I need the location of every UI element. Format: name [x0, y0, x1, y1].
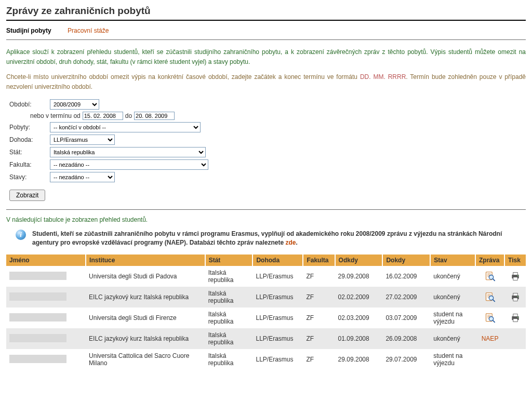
col-instituce: Instituce: [86, 255, 205, 266]
magnifier-icon[interactable]: [484, 292, 496, 302]
cell-jmeno: [6, 287, 86, 307]
cell-stat: Italská republika: [205, 266, 253, 287]
cell-dohoda: LLP/Erasmus: [252, 349, 303, 370]
cell-zprava: NAEP: [475, 328, 504, 349]
separator: [6, 209, 526, 210]
cell-dohoda: LLP/Erasmus: [252, 266, 303, 287]
cell-dokdy: 26.09.2008: [382, 328, 430, 349]
dohoda-select[interactable]: LLP/Erasmus: [50, 135, 115, 145]
printer-icon[interactable]: [510, 271, 521, 282]
intro-date-text: Chcete-li místo univerzitního období ome…: [6, 72, 526, 92]
cell-instituce: Universita degli Studi di Firenze: [86, 307, 205, 328]
cell-fakulta: ZF: [303, 328, 335, 349]
info-icon: i: [16, 230, 26, 240]
submit-button[interactable]: Zobrazit: [9, 190, 45, 201]
pobyty-select[interactable]: -- končící v období --: [50, 122, 201, 132]
cell-odkdy: 02.02.2009: [335, 287, 383, 307]
info-note: i Studenti, kteří se zúčastnili zahranič…: [16, 230, 526, 247]
magnifier-icon[interactable]: [484, 313, 496, 323]
redacted-name: [9, 355, 66, 363]
cell-dokdy: 16.02.2009: [382, 266, 430, 287]
cell-stat: Italská republika: [205, 328, 253, 349]
table-row: Universita Cattolica del Sacro Cuore Mil…: [6, 349, 526, 370]
printer-icon[interactable]: [510, 292, 521, 302]
cell-tisk: [504, 328, 526, 349]
cell-fakulta: ZF: [303, 266, 335, 287]
tab-bar: Studijní pobyty Pracovní stáže: [6, 27, 526, 34]
cell-dohoda: LLP/Erasmus: [252, 328, 303, 349]
cell-dokdy: 27.02.2009: [382, 287, 430, 307]
cell-instituce: EILC jazykový kurz Italská republika: [86, 328, 205, 349]
redacted-name: [9, 292, 66, 301]
col-stav: Stav: [430, 255, 475, 266]
table-row: EILC jazykový kurz Italská republikaItal…: [6, 328, 526, 349]
cell-odkdy: 29.09.2008: [335, 349, 383, 370]
cell-jmeno: [6, 266, 86, 287]
cell-zprava: [475, 287, 504, 307]
note-text: Studenti, kteří se zúčastnili zahraniční…: [32, 230, 502, 246]
cell-tisk: [504, 307, 526, 328]
cell-instituce: EILC jazykový kurz Italská republika: [86, 287, 205, 307]
separator: [6, 20, 526, 21]
table-row: EILC jazykový kurz Italská republikaItal…: [6, 287, 526, 307]
tab-work[interactable]: Pracovní stáže: [68, 27, 109, 34]
cell-odkdy: 02.03.2009: [335, 307, 383, 328]
redacted-name: [9, 272, 66, 280]
table-intro: V následující tabulce je zobrazen přehle…: [6, 216, 526, 223]
col-jmeno: Jméno: [6, 255, 86, 266]
redacted-name: [9, 313, 66, 322]
col-fakulta: Fakulta: [303, 255, 335, 266]
fakulta-label: Fakulta:: [9, 161, 50, 168]
stavy-select[interactable]: -- nezadáno --: [50, 172, 115, 182]
stat-select[interactable]: Italská republika: [50, 147, 206, 157]
note-link[interactable]: zde: [285, 239, 296, 246]
cell-odkdy: 01.09.2008: [335, 328, 383, 349]
cell-jmeno: [6, 349, 86, 370]
term-to-input[interactable]: [134, 112, 175, 120]
term-from-label: nebo v termínu od: [30, 112, 81, 119]
pobyty-label: Pobyty:: [9, 124, 50, 131]
cell-dokdy: 29.07.2009: [382, 349, 430, 370]
col-dohoda: Dohoda: [252, 255, 303, 266]
cell-stat: Italská republika: [205, 349, 253, 370]
dohoda-label: Dohoda:: [9, 136, 50, 143]
term-from-input[interactable]: [83, 112, 123, 120]
page-title: Zprávy ze zahraničních pobytů: [6, 5, 526, 17]
term-to-label: do: [125, 112, 132, 119]
stat-label: Stát:: [9, 149, 50, 156]
cell-dohoda: LLP/Erasmus: [252, 307, 303, 328]
cell-jmeno: [6, 328, 86, 349]
cell-jmeno: [6, 307, 86, 328]
separator: [6, 39, 526, 40]
cell-stav: student na výjezdu: [430, 307, 475, 328]
cell-fakulta: ZF: [303, 349, 335, 370]
cell-stav: ukončený: [430, 328, 475, 349]
fakulta-select[interactable]: -- nezadáno --: [50, 159, 208, 170]
cell-fakulta: ZF: [303, 287, 335, 307]
cell-zprava: [475, 266, 504, 287]
cell-instituce: Universita degli Studi di Padova: [86, 266, 205, 287]
cell-stat: Italská republika: [205, 287, 253, 307]
cell-tisk: [504, 266, 526, 287]
note-dot: .: [296, 239, 298, 246]
tab-study[interactable]: Studijní pobyty: [6, 27, 51, 34]
cell-tisk: [504, 287, 526, 307]
cell-instituce: Universita Cattolica del Sacro Cuore Mil…: [86, 349, 205, 370]
cell-stav: ukončený: [430, 287, 475, 307]
cell-odkdy: 29.09.2008: [335, 266, 383, 287]
filter-form: Období: 2008/2009 nebo v termínu od do P…: [9, 99, 526, 201]
col-odkdy: Odkdy: [335, 255, 383, 266]
cell-zprava: [475, 307, 504, 328]
printer-icon[interactable]: [510, 313, 521, 323]
cell-dohoda: LLP/Erasmus: [252, 287, 303, 307]
table-row: Universita degli Studi di FirenzeItalská…: [6, 307, 526, 328]
col-dokdy: Dokdy: [382, 255, 430, 266]
intro2-a: Chcete-li místo univerzitního období ome…: [6, 73, 360, 81]
magnifier-icon[interactable]: [484, 271, 496, 282]
stavy-label: Stavy:: [9, 173, 50, 181]
cell-zprava: [475, 349, 504, 370]
period-select[interactable]: 2008/2009: [50, 99, 99, 110]
cell-stat: Italská republika: [205, 307, 253, 328]
date-format: DD. MM. RRRR: [360, 73, 406, 81]
naep-link[interactable]: NAEP: [482, 335, 499, 342]
